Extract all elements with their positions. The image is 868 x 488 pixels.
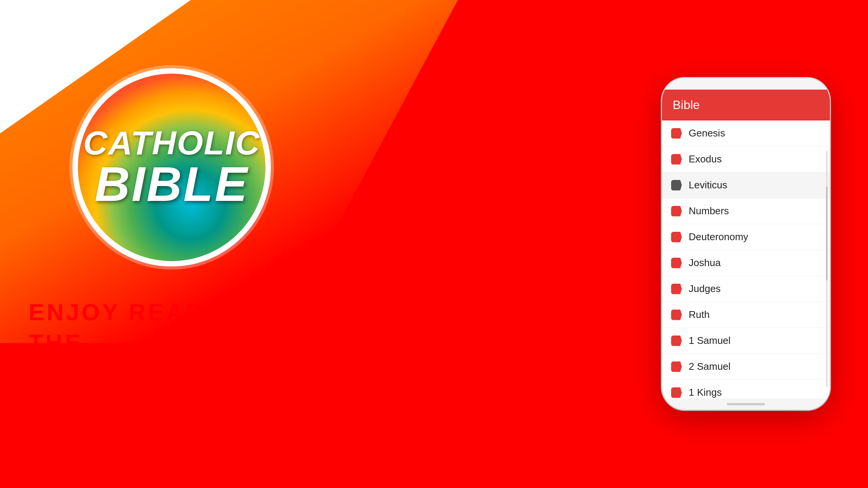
book-icon xyxy=(671,154,682,165)
list-item[interactable]: Judges xyxy=(662,276,830,302)
book-icon xyxy=(671,336,682,346)
logo-text-bible: BIBLE xyxy=(95,160,249,209)
book-name: 1 Samuel xyxy=(689,335,731,347)
home-indicator xyxy=(727,403,765,405)
book-name: 2 Samuel xyxy=(689,361,731,372)
book-name: Joshua xyxy=(689,257,721,269)
list-item[interactable]: 1 Kings xyxy=(662,380,830,398)
book-list[interactable]: Genesis Exodus Leviticus Numbers Deutero… xyxy=(662,120,830,398)
book-name: Judges xyxy=(689,283,721,295)
list-item[interactable]: Genesis xyxy=(662,120,830,146)
list-item[interactable]: Ruth xyxy=(662,302,830,328)
book-icon xyxy=(671,310,682,320)
app-header-title: Bible xyxy=(673,98,700,112)
list-item[interactable]: 2 Samuel xyxy=(662,354,830,380)
tagline-line2: HOLY CATHOLIC BIBLE xyxy=(29,358,315,420)
book-icon xyxy=(671,258,682,268)
book-name: Genesis xyxy=(689,127,725,139)
left-content: CATHOLIC BIBLE ENJOY READING THE HOLY CA… xyxy=(0,0,343,488)
phone-container: Bible Genesis Exodus Leviticus Numbers xyxy=(654,11,837,477)
list-item[interactable]: 1 Samuel xyxy=(662,328,830,354)
list-item[interactable]: Deuteronomy xyxy=(662,224,830,250)
book-icon xyxy=(671,284,682,294)
book-icon xyxy=(671,361,682,372)
app-header: Bible xyxy=(662,90,830,120)
book-name: Deuteronomy xyxy=(689,231,748,243)
book-name: Numbers xyxy=(689,205,729,217)
logo-inner: CATHOLIC BIBLE xyxy=(78,74,266,261)
book-icon xyxy=(671,180,682,191)
book-name: 1 Kings xyxy=(689,387,722,398)
book-name: Exodus xyxy=(689,153,722,165)
phone-mockup: Bible Genesis Exodus Leviticus Numbers xyxy=(662,78,830,410)
book-icon xyxy=(671,128,682,139)
list-item[interactable]: Joshua xyxy=(662,250,830,276)
tagline: ENJOY READING THE HOLY CATHOLIC BIBLE xyxy=(29,297,315,420)
scroll-indicator xyxy=(826,151,828,387)
list-item[interactable]: Numbers xyxy=(662,198,830,224)
phone-bottom-bar xyxy=(662,398,830,410)
book-icon xyxy=(671,232,682,242)
list-item[interactable]: Exodus xyxy=(662,146,830,172)
list-item[interactable]: Leviticus xyxy=(662,172,830,198)
phone-top-bar xyxy=(662,78,830,90)
book-icon xyxy=(671,387,682,398)
book-icon xyxy=(671,206,682,217)
logo-text-catholic: CATHOLIC xyxy=(83,126,260,160)
logo-circle: CATHOLIC BIBLE xyxy=(72,68,271,266)
book-name: Ruth xyxy=(689,309,710,321)
tagline-line1: ENJOY READING THE xyxy=(29,297,315,358)
book-name: Leviticus xyxy=(689,179,727,191)
scroll-thumb xyxy=(826,186,828,281)
